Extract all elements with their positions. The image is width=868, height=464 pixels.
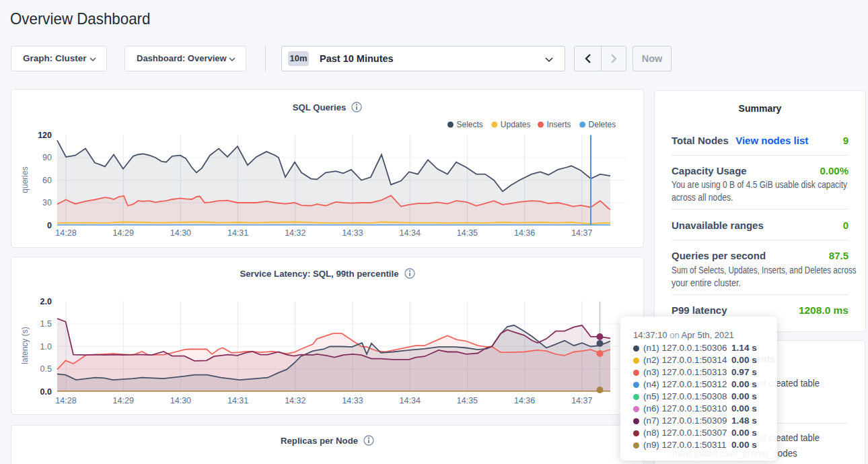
svg-text:14:36: 14:36 [514,396,535,405]
svg-text:1.5: 1.5 [40,319,52,329]
svg-text:14:34: 14:34 [400,228,421,238]
svg-text:14:35: 14:35 [457,228,478,238]
svg-text:14:29: 14:29 [113,396,134,405]
svg-text:1.0: 1.0 [40,342,52,352]
svg-text:14:32: 14:32 [285,396,305,405]
svg-text:14:31: 14:31 [227,396,248,405]
svg-text:2.0: 2.0 [40,297,52,306]
svg-text:0.0: 0.0 [40,387,52,397]
svg-text:14:30: 14:30 [170,228,191,238]
svg-text:14:36: 14:36 [514,228,535,238]
svg-text:14:32: 14:32 [285,228,305,238]
svg-text:60: 60 [42,176,52,185]
svg-text:14:28: 14:28 [55,228,76,238]
svg-text:14:34: 14:34 [400,396,421,405]
svg-text:14:29: 14:29 [113,228,134,238]
svg-text:queries: queries [20,166,30,193]
svg-text:14:33: 14:33 [342,396,363,405]
svg-text:120: 120 [38,131,52,140]
svg-text:14:31: 14:31 [227,228,248,238]
svg-text:0: 0 [47,221,52,230]
svg-text:Selects: Selects [457,120,483,129]
svg-text:30: 30 [42,198,52,207]
svg-text:0.5: 0.5 [40,364,52,374]
svg-text:Updates: Updates [501,120,531,129]
svg-text:14:28: 14:28 [55,396,76,405]
svg-text:14:35: 14:35 [457,396,478,405]
svg-text:14:37: 14:37 [571,228,592,238]
svg-text:14:33: 14:33 [342,228,363,238]
svg-text:90: 90 [42,153,52,162]
svg-text:latency (s): latency (s) [20,327,30,364]
svg-text:Deletes: Deletes [589,120,616,129]
svg-text:14:30: 14:30 [170,396,191,405]
svg-text:14:37: 14:37 [571,396,592,405]
svg-text:Inserts: Inserts [547,120,571,129]
